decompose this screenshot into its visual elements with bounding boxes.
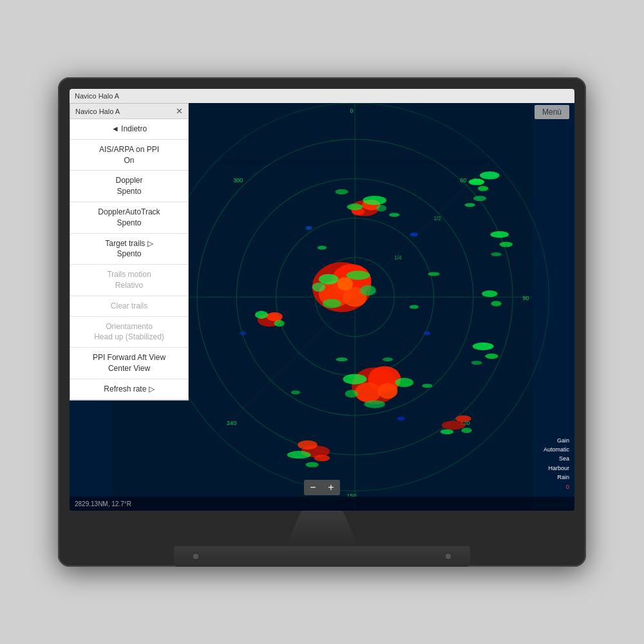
zoom-minus-button[interactable]: − [304, 480, 322, 495]
menu-item-clear-trails: Clear trails [70, 296, 188, 317]
gain-value: Automatic [544, 445, 569, 454]
svg-point-59 [473, 343, 494, 350]
svg-point-72 [305, 226, 312, 230]
svg-point-36 [376, 205, 386, 211]
svg-point-77 [335, 189, 348, 194]
coordinates-text: 2829.13NM, 12.7°R [75, 500, 131, 507]
popup-menu: Navico Halo A ✕ ◄ Indietro AIS/ARPA on P… [70, 103, 189, 401]
svg-point-30 [312, 283, 325, 292]
svg-text:90: 90 [522, 295, 529, 301]
svg-text:60: 60 [460, 177, 466, 184]
svg-point-47 [255, 311, 268, 319]
svg-point-56 [491, 252, 501, 256]
svg-point-78 [317, 246, 327, 250]
svg-point-42 [395, 378, 413, 387]
svg-point-49 [469, 178, 485, 185]
menu-item-ais-arpa[interactable]: AIS/ARPA on PPIOn [70, 140, 188, 171]
svg-point-74 [397, 417, 404, 421]
menu-button[interactable]: Menù [535, 105, 569, 119]
svg-point-44 [345, 390, 358, 397]
svg-point-41 [343, 374, 367, 384]
gain-label: Gain [544, 436, 569, 445]
ppi-forward-label: PPI Forward Aft ViewCenter View [93, 353, 166, 373]
svg-text:240: 240 [227, 420, 236, 426]
svg-point-65 [461, 428, 471, 433]
popup-title-text: Navico Halo A [75, 108, 120, 115]
svg-point-76 [389, 213, 399, 217]
title-bar: Navico Halo A [70, 89, 574, 103]
ais-arpa-label: AIS/ARPA on PPIOn [99, 145, 159, 165]
svg-point-82 [336, 357, 347, 361]
svg-point-39 [355, 383, 381, 402]
svg-text:1/2: 1/2 [434, 216, 442, 222]
svg-point-28 [360, 285, 376, 296]
sea-label: Sea [544, 454, 569, 463]
popup-title: Navico Halo A ✕ [70, 104, 188, 119]
menu-item-ppi-forward[interactable]: PPI Forward Aft ViewCenter View [70, 348, 188, 379]
svg-point-62 [442, 421, 466, 430]
svg-point-46 [267, 312, 283, 321]
doppler-label: DopplerSpento [115, 176, 142, 196]
menu-item-refresh-rate[interactable]: Refresh rate ▷ [70, 379, 188, 400]
menu-item-back[interactable]: ◄ Indietro [70, 119, 188, 140]
svg-point-26 [319, 274, 339, 284]
svg-point-68 [314, 455, 330, 461]
refresh-rate-label: Refresh rate ▷ [104, 384, 154, 393]
menu-item-doppler[interactable]: DopplerSpento [70, 171, 188, 202]
svg-point-83 [291, 390, 300, 394]
svg-point-53 [465, 203, 475, 207]
svg-point-64 [440, 429, 453, 434]
status-bar: 2829.13NM, 12.7°R [70, 497, 574, 511]
svg-point-54 [490, 231, 509, 238]
svg-point-84 [422, 384, 432, 388]
svg-point-43 [364, 400, 385, 408]
svg-point-63 [455, 415, 471, 422]
svg-point-50 [478, 186, 488, 191]
svg-point-79 [428, 272, 439, 276]
svg-text:1/4: 1/4 [394, 255, 402, 261]
svg-point-71 [410, 232, 418, 236]
svg-point-48 [274, 320, 284, 327]
svg-point-69 [287, 451, 311, 459]
rain-label: Rain [544, 473, 569, 482]
target-trails-label: Target trails ▷Spento [105, 239, 153, 259]
svg-point-51 [480, 171, 500, 179]
doppler-auto-label: DopplerAutoTrackSpento [98, 207, 160, 227]
svg-point-81 [383, 357, 393, 361]
monitor-stand-base [174, 546, 470, 567]
svg-point-25 [337, 278, 353, 290]
svg-point-67 [298, 440, 317, 450]
svg-point-34 [363, 196, 386, 205]
sea-value: Harbour [544, 464, 569, 473]
menu-item-target-trails[interactable]: Target trails ▷Spento [70, 234, 188, 265]
screen: Navico Halo A Head Up Relative Bearings … [70, 89, 574, 511]
svg-point-35 [347, 204, 363, 210]
svg-point-58 [491, 301, 501, 306]
svg-text:300: 300 [233, 177, 243, 184]
monitor: Navico Halo A Head Up Relative Bearings … [58, 77, 586, 567]
svg-point-40 [378, 383, 398, 399]
menu-item-doppler-auto[interactable]: DopplerAutoTrackSpento [70, 202, 188, 234]
popup-close-button[interactable]: ✕ [176, 106, 183, 116]
svg-point-27 [346, 270, 370, 279]
svg-point-61 [471, 361, 482, 365]
svg-point-55 [500, 242, 513, 247]
title-bar-text: Navico Halo A [75, 92, 569, 100]
svg-point-75 [240, 331, 246, 335]
svg-point-60 [485, 354, 498, 359]
svg-point-73 [424, 331, 430, 335]
zoom-controls: − + [304, 480, 340, 495]
monitor-stand-neck [270, 511, 374, 546]
svg-text:0: 0 [350, 108, 353, 114]
menu-item-trails-motion: Trails motionRelativo [70, 265, 188, 296]
clear-trails-label: Clear trails [111, 301, 147, 310]
back-label: ◄ Indietro [111, 124, 147, 135]
svg-point-70 [305, 462, 318, 467]
gain-info: Gain Automatic Sea Harbour Rain 0 [544, 436, 569, 491]
rain-value: 0 [544, 482, 569, 491]
zoom-plus-button[interactable]: + [322, 480, 340, 495]
svg-point-57 [482, 290, 498, 297]
svg-point-29 [323, 299, 341, 308]
svg-point-52 [473, 196, 486, 201]
menu-item-orientamento: OrientamentoHead up (Stabilized) [70, 317, 188, 348]
